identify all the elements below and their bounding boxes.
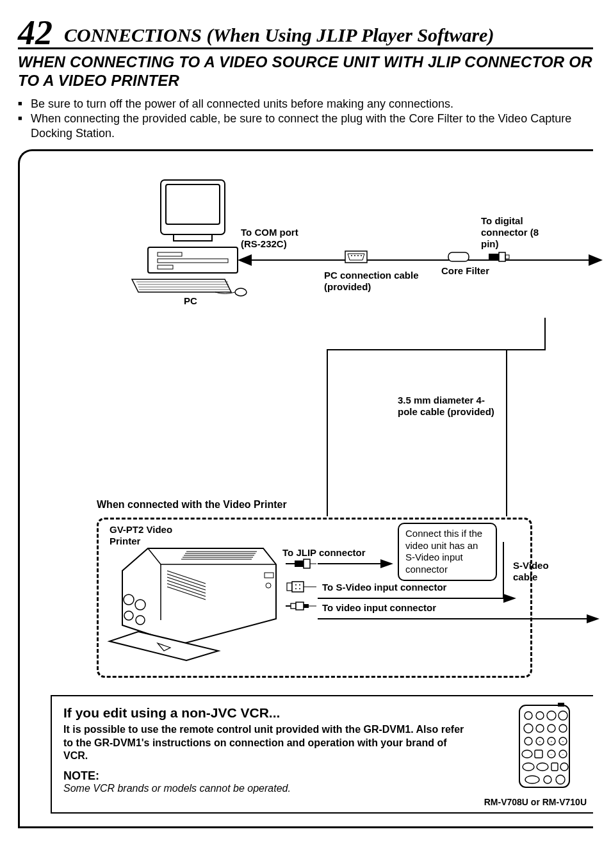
section-title: CONNECTIONS (When Using JLIP Player Soft… bbox=[64, 24, 494, 48]
svg-point-38 bbox=[295, 584, 297, 585]
svg-rect-0 bbox=[161, 180, 225, 234]
connection-diagram: To COM port (RS-232C) PC PC connection c… bbox=[18, 149, 593, 828]
svg-rect-46 bbox=[291, 603, 296, 609]
svg-text:–: – bbox=[562, 752, 564, 756]
svideo-callout-text: Connect this if the video unit has an S-… bbox=[405, 528, 482, 575]
svg-point-18 bbox=[357, 255, 359, 256]
svg-rect-22 bbox=[499, 252, 505, 261]
svg-point-39 bbox=[299, 584, 300, 585]
svg-rect-48 bbox=[304, 604, 309, 608]
svg-rect-5 bbox=[158, 259, 228, 263]
svg-text:–: – bbox=[551, 752, 553, 756]
svg-rect-23 bbox=[505, 255, 509, 259]
note-body: It is possible to use the remote control… bbox=[63, 723, 473, 763]
subheading: WHEN CONNECTING TO A VIDEO SOURCE UNIT W… bbox=[18, 53, 593, 90]
svideo-callout: Connect this if the video unit has an S-… bbox=[398, 523, 497, 581]
svg-marker-13 bbox=[238, 254, 252, 266]
svg-rect-37 bbox=[292, 582, 304, 592]
note-title: If you edit using a non-JVC VCR... bbox=[63, 705, 582, 721]
page-header: 42 CONNECTIONS (When Using JLIP Player S… bbox=[18, 15, 593, 49]
note-box: If you edit using a non-JVC VCR... It is… bbox=[51, 695, 593, 814]
svideo-plug-icon bbox=[286, 580, 318, 593]
core-filter-label: Core Filter bbox=[441, 265, 489, 277]
to-jlip-label: To JLIP connector bbox=[282, 547, 365, 559]
pc-cable-arrow bbox=[238, 250, 603, 270]
jlip-arrow bbox=[318, 559, 395, 569]
remote-caption: RM-V708U or RM-V710U bbox=[484, 797, 587, 807]
route-lines bbox=[321, 318, 603, 523]
svg-rect-31 bbox=[295, 561, 304, 567]
digital-connector-label: To digital connector (8 pin) bbox=[481, 215, 551, 250]
svg-text:+: + bbox=[551, 739, 553, 743]
video-arrow bbox=[318, 614, 599, 624]
bullet-item: When connecting the provided cable, be s… bbox=[18, 111, 593, 142]
db9-connector-icon bbox=[340, 247, 372, 266]
svg-rect-47 bbox=[296, 602, 304, 610]
remote-control-illustration: +++ –– bbox=[514, 703, 575, 792]
svg-point-11 bbox=[235, 288, 247, 296]
cable-35mm-label: 3.5 mm diameter 4-pole cable (provided) bbox=[398, 395, 500, 418]
svg-point-40 bbox=[295, 588, 297, 589]
svg-point-19 bbox=[361, 255, 362, 256]
to-video-input-label: To video input connector bbox=[322, 602, 436, 614]
jlip-plug-icon bbox=[286, 559, 318, 569]
svg-rect-54 bbox=[558, 703, 564, 707]
svg-rect-1 bbox=[166, 184, 220, 224]
pc-cable-label: PC connection cable (provided) bbox=[324, 270, 420, 293]
svg-rect-36 bbox=[287, 583, 292, 591]
video-printer-illustration bbox=[103, 536, 282, 664]
svg-marker-35 bbox=[380, 559, 393, 568]
svg-marker-14 bbox=[589, 254, 603, 266]
svg-point-17 bbox=[354, 255, 355, 256]
svg-rect-20 bbox=[448, 252, 469, 261]
note-italic-text: Some VCR brands or models cannot be oper… bbox=[63, 783, 582, 794]
callout-pointer bbox=[497, 542, 510, 600]
pc-label: PC bbox=[184, 295, 197, 307]
precaution-list: Be sure to turn off the power of all con… bbox=[18, 97, 593, 142]
page-number: 42 bbox=[18, 15, 53, 50]
svg-rect-4 bbox=[158, 252, 182, 256]
svg-text:+: + bbox=[562, 739, 564, 743]
svg-rect-6 bbox=[158, 265, 173, 269]
to-com-port-label: To COM port (RS-232C) bbox=[241, 227, 318, 250]
when-connected-printer-label: When connected with the Video Printer bbox=[97, 498, 287, 511]
bullet-item: Be sure to turn off the power of all con… bbox=[18, 97, 593, 111]
to-svideo-input-label: To S-Video input connector bbox=[322, 582, 446, 593]
rca-plug-icon bbox=[286, 601, 318, 611]
svg-rect-21 bbox=[489, 254, 499, 260]
svideo-cable-label: S-Video cable bbox=[513, 560, 564, 583]
svg-marker-51 bbox=[587, 614, 599, 623]
svg-point-41 bbox=[299, 588, 300, 589]
svg-rect-32 bbox=[304, 559, 310, 568]
plug-icon bbox=[487, 250, 510, 263]
core-filter-icon bbox=[446, 250, 471, 264]
svg-text:+: + bbox=[539, 739, 541, 743]
svg-point-16 bbox=[351, 255, 352, 256]
pc-illustration bbox=[129, 177, 257, 311]
svg-rect-2 bbox=[174, 234, 212, 241]
note-label: NOTE: bbox=[63, 769, 582, 783]
